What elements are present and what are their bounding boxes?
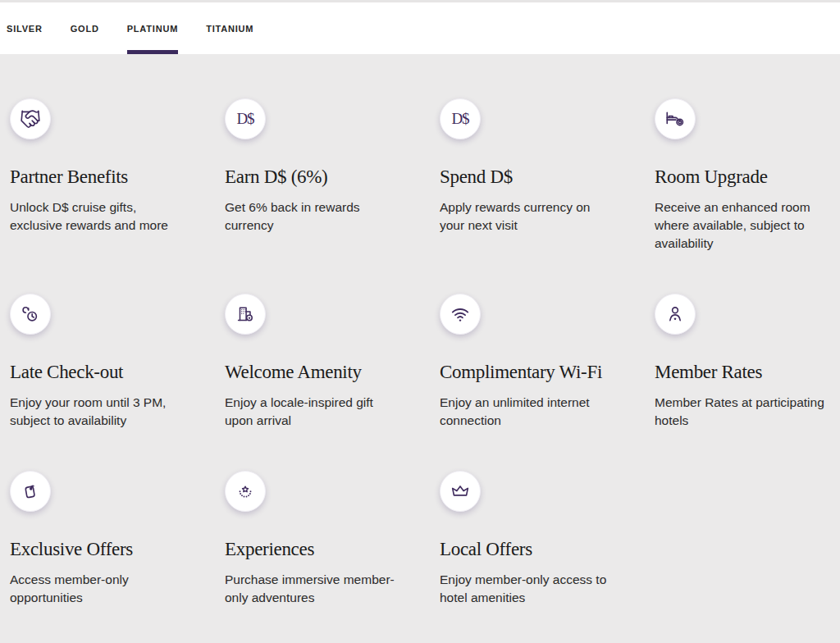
benefit-title: Welcome Amenity xyxy=(225,361,440,384)
handshake-icon xyxy=(20,108,41,130)
benefit-title: Local Offers xyxy=(440,538,655,561)
benefit-description: Enjoy a locale-inspired gift upon arriva… xyxy=(225,394,440,430)
benefit-title: Room Upgrade xyxy=(655,166,840,189)
benefit-card-exclusive-offers: Exclusive Offers Access member-only oppo… xyxy=(10,471,225,607)
tier-tabs: SILVER GOLD PLATINUM TITANIUM xyxy=(0,2,840,54)
tab-platinum[interactable]: PLATINUM xyxy=(127,2,178,54)
benefit-description: Get 6% back in rewards currency xyxy=(225,198,440,235)
late-checkout-clock-icon xyxy=(20,303,41,325)
benefit-icon-circle xyxy=(10,98,51,139)
benefit-title: Complimentary Wi-Fi xyxy=(440,361,655,384)
benefit-card-experiences: Experiences Purchase immersive member- o… xyxy=(225,471,440,607)
benefit-card-room-upgrade: Room Upgrade Receive an enhanced room wh… xyxy=(655,98,840,253)
benefit-description: Apply rewards currency on your next visi… xyxy=(440,198,655,235)
benefit-icon-circle: D$ xyxy=(440,98,481,139)
benefit-title: Experiences xyxy=(225,538,440,561)
member-person-icon xyxy=(664,303,686,325)
benefit-icon-circle: D$ xyxy=(225,98,266,139)
welcome-amenity-building-icon xyxy=(235,303,256,325)
benefit-description: Enjoy an unlimited internet connection xyxy=(440,394,655,430)
benefit-description: Unlock D$ cruise gifts, exclusive reward… xyxy=(10,198,225,235)
benefit-title: Partner Benefits xyxy=(10,166,225,189)
benefit-description: Enjoy your room until 3 PM, subject to a… xyxy=(10,394,225,430)
benefit-card-earn-ds: D$ Earn D$ (6%) Get 6% back in rewards c… xyxy=(225,98,440,253)
benefit-card-late-checkout: Late Check-out Enjoy your room until 3 P… xyxy=(10,294,225,430)
benefit-icon-circle xyxy=(10,471,51,512)
benefit-description: Member Rates at participating hotels xyxy=(655,394,840,430)
benefit-card-spend-ds: D$ Spend D$ Apply rewards currency on yo… xyxy=(440,98,655,253)
benefit-title: Member Rates xyxy=(655,361,840,384)
experiences-laurel-icon xyxy=(235,481,256,502)
wifi-icon xyxy=(450,303,471,325)
benefit-card-welcome-amenity: Welcome Amenity Enjoy a locale-inspired … xyxy=(225,294,440,430)
benefit-icon-circle xyxy=(655,98,696,139)
local-offers-crown-icon xyxy=(450,481,471,502)
room-upgrade-bed-icon xyxy=(664,108,686,130)
tab-gold[interactable]: GOLD xyxy=(71,2,99,54)
benefit-icon-circle xyxy=(10,294,51,335)
ds-currency-icon: D$ xyxy=(451,110,468,128)
benefit-icon-circle xyxy=(225,471,266,512)
benefits-grid: Partner Benefits Unlock D$ cruise gifts,… xyxy=(0,54,840,607)
benefit-title: Exclusive Offers xyxy=(10,538,225,561)
tab-titanium[interactable]: TITANIUM xyxy=(206,2,253,54)
benefit-title: Late Check-out xyxy=(10,361,225,384)
benefit-icon-circle xyxy=(225,294,266,335)
benefit-card-partner-benefits: Partner Benefits Unlock D$ cruise gifts,… xyxy=(10,98,225,253)
exclusive-offers-tag-icon xyxy=(20,481,41,502)
benefit-icon-circle xyxy=(440,294,481,335)
benefit-card-wifi: Complimentary Wi-Fi Enjoy an unlimited i… xyxy=(440,294,655,430)
benefit-card-member-rates: Member Rates Member Rates at participati… xyxy=(655,294,840,430)
benefit-title: Spend D$ xyxy=(440,166,655,189)
benefit-description: Enjoy member-only access to hotel amenit… xyxy=(440,571,655,607)
benefit-card-local-offers: Local Offers Enjoy member-only access to… xyxy=(440,471,655,607)
tier-tabs-header: SILVER GOLD PLATINUM TITANIUM xyxy=(0,0,840,54)
benefit-icon-circle xyxy=(440,471,481,512)
ds-currency-icon: D$ xyxy=(236,110,253,128)
benefit-title: Earn D$ (6%) xyxy=(225,166,440,189)
benefit-description: Receive an enhanced room where available… xyxy=(655,198,840,253)
tab-silver[interactable]: SILVER xyxy=(7,2,43,54)
benefit-description: Purchase immersive member- only adventur… xyxy=(225,571,440,607)
benefit-description: Access member-only opportunities xyxy=(10,571,225,607)
benefit-icon-circle xyxy=(655,294,696,335)
